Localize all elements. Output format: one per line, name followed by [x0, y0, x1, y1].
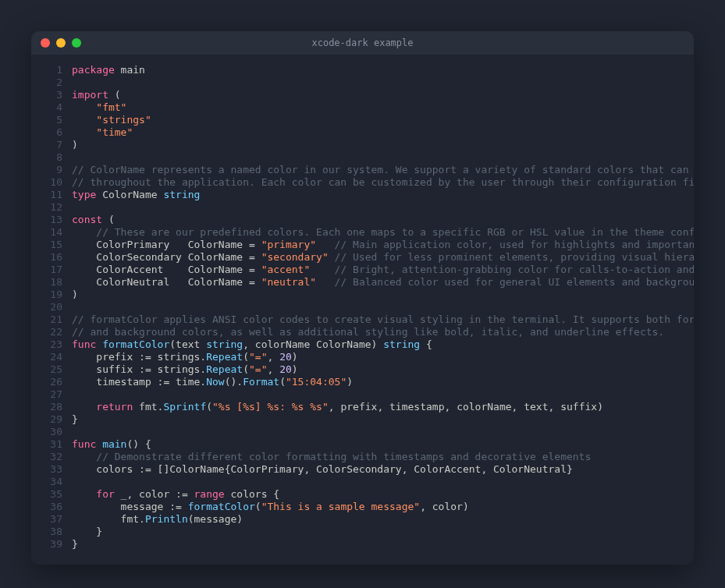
- code-line[interactable]: 5 "strings": [31, 114, 694, 126]
- code-content: ColorPrimary ColorName = "primary" // Ma…: [72, 239, 694, 251]
- line-number: 31: [31, 438, 72, 451]
- code-line[interactable]: 37 fmt.Println(message): [31, 513, 694, 526]
- line-number: 14: [31, 226, 72, 239]
- close-icon[interactable]: [41, 38, 50, 48]
- code-content: [72, 426, 694, 438]
- code-line[interactable]: 12: [31, 201, 694, 214]
- code-line[interactable]: 36 message := formatColor("This is a sam…: [31, 501, 694, 513]
- code-editor[interactable]: 1package main23import (4 "fmt"5 "strings…: [31, 55, 694, 565]
- code-line[interactable]: 3import (: [31, 89, 694, 101]
- line-number: 3: [31, 89, 72, 101]
- line-number: 19: [31, 289, 72, 301]
- code-line[interactable]: 15 ColorPrimary ColorName = "primary" //…: [31, 239, 694, 251]
- line-number: 8: [31, 151, 72, 164]
- code-line[interactable]: 26 timestamp := time.Now().Format("15:04…: [31, 376, 694, 388]
- code-line[interactable]: 4 "fmt": [31, 101, 694, 114]
- code-line[interactable]: 13const (: [31, 214, 694, 226]
- code-line[interactable]: 25 suffix := strings.Repeat("=", 20): [31, 363, 694, 376]
- line-number: 29: [31, 413, 72, 426]
- titlebar: xcode-dark example: [31, 31, 694, 55]
- editor-window: xcode-dark example 1package main23import…: [31, 31, 694, 565]
- line-number: 17: [31, 264, 72, 276]
- code-content: }: [72, 413, 694, 426]
- code-line[interactable]: 8: [31, 151, 694, 164]
- code-content: // Demonstrate different color formattin…: [72, 451, 694, 463]
- line-number: 24: [31, 351, 72, 363]
- code-content: colors := []ColorName{ColorPrimary, Colo…: [72, 463, 694, 476]
- code-content: prefix := strings.Repeat("=", 20): [72, 351, 694, 363]
- code-line[interactable]: 22// and background colors, as well as a…: [31, 326, 694, 338]
- code-content: fmt.Println(message): [72, 513, 694, 526]
- code-line[interactable]: 29}: [31, 413, 694, 426]
- code-line[interactable]: 23func formatColor(text string, colorNam…: [31, 338, 694, 351]
- line-number: 2: [31, 76, 72, 89]
- line-number: 18: [31, 276, 72, 289]
- line-number: 30: [31, 426, 72, 438]
- line-number: 26: [31, 376, 72, 388]
- code-content: // throughout the application. Each colo…: [72, 176, 694, 189]
- code-content: type ColorName string: [72, 189, 694, 201]
- line-number: 12: [31, 201, 72, 214]
- code-content: ColorSecondary ColorName = "secondary" /…: [72, 251, 694, 264]
- code-line[interactable]: 10// throughout the application. Each co…: [31, 176, 694, 189]
- code-content: "strings": [72, 114, 694, 126]
- code-line[interactable]: 31func main() {: [31, 438, 694, 451]
- line-number: 6: [31, 126, 72, 139]
- code-line[interactable]: 28 return fmt.Sprintf("%s [%s] %s: %s %s…: [31, 401, 694, 413]
- code-content: "time": [72, 126, 694, 139]
- code-line[interactable]: 6 "time": [31, 126, 694, 139]
- code-content: // formatColor applies ANSI color codes …: [72, 313, 694, 326]
- code-content: func main() {: [72, 438, 694, 451]
- line-number: 13: [31, 214, 72, 226]
- line-number: 16: [31, 251, 72, 264]
- line-number: 39: [31, 538, 72, 551]
- code-line[interactable]: 32 // Demonstrate different color format…: [31, 451, 694, 463]
- traffic-lights: [41, 38, 81, 48]
- code-content: ): [72, 289, 694, 301]
- line-number: 33: [31, 463, 72, 476]
- code-content: [72, 201, 694, 214]
- code-line[interactable]: 1package main: [31, 64, 694, 76]
- code-line[interactable]: 16 ColorSecondary ColorName = "secondary…: [31, 251, 694, 264]
- code-line[interactable]: 27: [31, 388, 694, 401]
- code-content: [72, 76, 694, 89]
- code-content: func formatColor(text string, colorName …: [72, 338, 694, 351]
- code-line[interactable]: 17 ColorAccent ColorName = "accent" // B…: [31, 264, 694, 276]
- zoom-icon[interactable]: [72, 38, 81, 48]
- line-number: 15: [31, 239, 72, 251]
- code-line[interactable]: 9// ColorName represents a named color i…: [31, 164, 694, 176]
- code-content: package main: [72, 64, 694, 76]
- code-content: }: [72, 526, 694, 538]
- code-content: [72, 476, 694, 488]
- code-line[interactable]: 7): [31, 139, 694, 151]
- code-content: [72, 388, 694, 401]
- code-line[interactable]: 14 // These are our predefined colors. E…: [31, 226, 694, 239]
- code-content: return fmt.Sprintf("%s [%s] %s: %s %s", …: [72, 401, 694, 413]
- code-line[interactable]: 34: [31, 476, 694, 488]
- minimize-icon[interactable]: [56, 38, 66, 48]
- code-line[interactable]: 2: [31, 76, 694, 89]
- code-line[interactable]: 19): [31, 289, 694, 301]
- code-line[interactable]: 20: [31, 301, 694, 313]
- line-number: 4: [31, 101, 72, 114]
- line-number: 11: [31, 189, 72, 201]
- line-number: 1: [31, 64, 72, 76]
- code-content: [72, 301, 694, 313]
- code-line[interactable]: 30: [31, 426, 694, 438]
- code-line[interactable]: 18 ColorNeutral ColorName = "neutral" //…: [31, 276, 694, 289]
- code-line[interactable]: 33 colors := []ColorName{ColorPrimary, C…: [31, 463, 694, 476]
- code-line[interactable]: 11type ColorName string: [31, 189, 694, 201]
- code-content: // These are our predefined colors. Each…: [72, 226, 694, 239]
- line-number: 10: [31, 176, 72, 189]
- code-line[interactable]: 24 prefix := strings.Repeat("=", 20): [31, 351, 694, 363]
- line-number: 5: [31, 114, 72, 126]
- code-content: [72, 151, 694, 164]
- line-number: 25: [31, 363, 72, 376]
- code-line[interactable]: 39}: [31, 538, 694, 551]
- code-line[interactable]: 21// formatColor applies ANSI color code…: [31, 313, 694, 326]
- code-content: import (: [72, 89, 694, 101]
- code-content: // and background colors, as well as add…: [72, 326, 694, 338]
- code-line[interactable]: 38 }: [31, 526, 694, 538]
- code-line[interactable]: 35 for _, color := range colors {: [31, 488, 694, 501]
- line-number: 7: [31, 139, 72, 151]
